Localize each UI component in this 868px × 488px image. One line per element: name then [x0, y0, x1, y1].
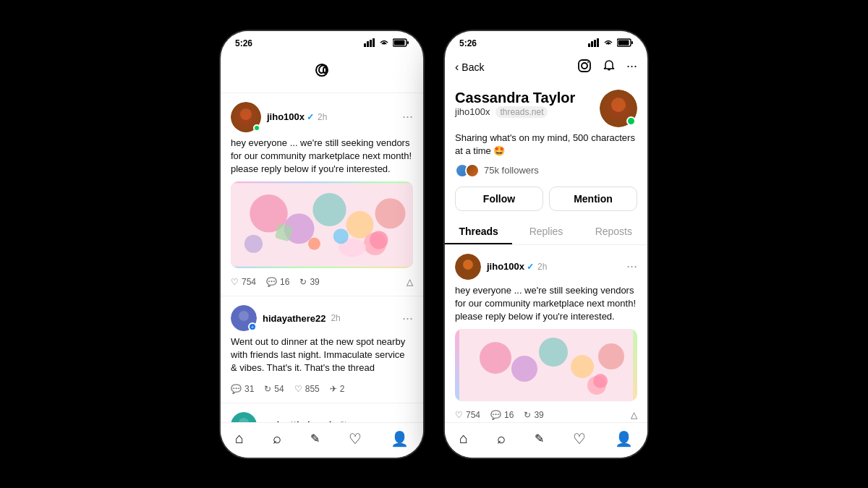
svg-point-44 [582, 63, 587, 69]
comment-icon-p1: 💬 [490, 410, 501, 420]
nav-profile-2[interactable]: 👤 [615, 430, 633, 448]
svg-point-58 [593, 374, 608, 388]
status-bar-2: 5:26 [445, 31, 647, 53]
phones-container: 5:26 [221, 31, 647, 458]
status-icons-1 [364, 38, 409, 48]
wifi-icon-1 [378, 38, 390, 48]
svg-point-53 [511, 356, 537, 382]
svg-rect-1 [367, 41, 369, 47]
tab-reposts[interactable]: Reposts [580, 218, 647, 244]
post-actions-1: ♡ 754 💬 16 ↻ 39 △ [231, 274, 413, 290]
post-actions-2: 💬 31 ↻ 54 ♡ 855 ✈ 2 [231, 381, 413, 397]
profile-repost-1[interactable]: ↻ 39 [524, 410, 543, 420]
svg-point-25 [239, 311, 249, 321]
profile-nav-icons: ··· [577, 59, 637, 77]
svg-rect-42 [631, 41, 633, 44]
profile-name-section: Cassandra Taylor jiho100x threads.net [455, 90, 575, 124]
status-icons-2 [588, 38, 633, 48]
profile-name: Cassandra Taylor [455, 90, 575, 106]
svg-point-18 [370, 231, 388, 249]
svg-point-56 [598, 343, 624, 369]
threads-logo-1 [310, 59, 333, 87]
heart-icon-p1: ♡ [455, 410, 463, 420]
svg-point-50 [463, 260, 473, 270]
nav-home-2[interactable]: ⌂ [459, 430, 468, 447]
nav-profile-1[interactable]: 👤 [391, 430, 409, 448]
comment-action-1[interactable]: 💬 16 [266, 277, 289, 287]
repost-action-1[interactable]: ↻ 39 [299, 277, 319, 287]
feed-post-3: endoatthebeach 3h ··· do u ever get pins… [221, 403, 423, 422]
verified-1: ✓ [307, 112, 314, 122]
profile-avatar-container [600, 90, 637, 127]
misc-action-2[interactable]: ✈ 2 [330, 384, 345, 394]
nav-search-1[interactable]: ⌕ [273, 430, 281, 447]
more-btn-2[interactable]: ··· [402, 311, 413, 326]
profile-post-1: jiho100x ✓ 2h ··· hey everyone ... we're… [445, 245, 647, 422]
verified-p1: ✓ [527, 262, 534, 272]
nav-compose-2[interactable]: ✎ [535, 432, 544, 445]
svg-point-22 [308, 238, 320, 250]
avatar-p1 [455, 254, 481, 280]
like-action-2[interactable]: ♡ 855 [294, 384, 320, 394]
tab-replies[interactable]: Replies [512, 218, 579, 244]
follower-avatar-2 [465, 163, 480, 178]
phone1-content: jiho100x ✓ 2h ··· hey everyone ... we're… [221, 53, 423, 422]
battery-icon-1 [393, 38, 409, 48]
profile-like-1[interactable]: ♡ 754 [455, 410, 480, 420]
feed-post-2: + hidayathere22 2h ··· Went out to dinne… [221, 296, 423, 403]
profile-comment-1[interactable]: 💬 16 [490, 410, 514, 420]
followers-row: 75k followers [455, 163, 637, 178]
avatar-container-3 [231, 412, 257, 422]
nav-compose-1[interactable]: ✎ [310, 432, 320, 445]
svg-point-55 [571, 355, 594, 378]
more-icon[interactable]: ··· [626, 59, 637, 77]
heart-icon-2: ♡ [294, 384, 302, 394]
phone2-content: ‹ Back [445, 53, 647, 422]
svg-point-7 [323, 67, 326, 73]
nav-heart-1[interactable]: ♡ [349, 430, 362, 448]
profile-post-actions-1: ♡ 754 💬 16 ↻ 39 △ [455, 407, 637, 421]
feed-post-1: jiho100x ✓ 2h ··· hey everyone ... we're… [221, 93, 423, 297]
chevron-left-icon: ‹ [455, 61, 459, 74]
follow-button[interactable]: Follow [455, 187, 543, 211]
avatar-3 [231, 412, 257, 422]
instagram-icon[interactable] [577, 59, 592, 77]
repost-icon-1: ↻ [299, 277, 307, 287]
mention-button[interactable]: Mention [549, 187, 637, 211]
svg-rect-41 [618, 40, 629, 45]
more-btn-1[interactable]: ··· [402, 109, 413, 124]
svg-point-20 [244, 235, 263, 253]
profile-top: Cassandra Taylor jiho100x threads.net [455, 90, 637, 127]
tab-threads[interactable]: Threads [445, 218, 512, 244]
tabs-row: Threads Replies Reposts [445, 218, 647, 245]
comment-action-2[interactable]: 💬 31 [231, 384, 254, 394]
post-text-1: hey everyone ... we're still seeking ven… [231, 137, 413, 176]
phone-feed: 5:26 [221, 31, 423, 458]
nav-search-2[interactable]: ⌕ [497, 430, 506, 447]
svg-rect-2 [370, 40, 372, 47]
svg-rect-5 [394, 40, 405, 45]
time-1: 5:26 [235, 38, 252, 48]
more-btn-p1[interactable]: ··· [626, 259, 637, 274]
comment-icon-2: 💬 [231, 384, 242, 394]
repost-icon-2: ↻ [264, 384, 271, 394]
profile-post-username-1: jiho100x ✓ 2h [487, 261, 621, 272]
svg-rect-37 [591, 41, 593, 47]
like-action-1[interactable]: ♡ 754 [231, 277, 256, 287]
post-username-2: hidayathere22 2h [263, 313, 396, 324]
svg-rect-39 [597, 38, 599, 47]
profile-online-dot [626, 116, 636, 126]
profile-share-1[interactable]: △ [631, 410, 637, 420]
profile-post-avatar-1 [455, 254, 481, 280]
share-action-1[interactable]: △ [407, 277, 413, 287]
feed-scroll: jiho100x ✓ 2h ··· hey everyone ... we're… [221, 93, 423, 422]
repost-action-2[interactable]: ↻ 54 [264, 384, 284, 394]
back-button[interactable]: ‹ Back [455, 61, 484, 74]
svg-point-52 [480, 342, 511, 374]
bottom-nav-1: ⌂ ⌕ ✎ ♡ 👤 [221, 422, 423, 458]
nav-heart-2[interactable]: ♡ [573, 430, 586, 448]
bell-icon[interactable] [602, 59, 616, 77]
profile-bio: Sharing what's on my mind, 500 character… [455, 132, 637, 158]
nav-home-1[interactable]: ⌂ [235, 430, 244, 447]
battery-icon-2 [617, 38, 633, 48]
